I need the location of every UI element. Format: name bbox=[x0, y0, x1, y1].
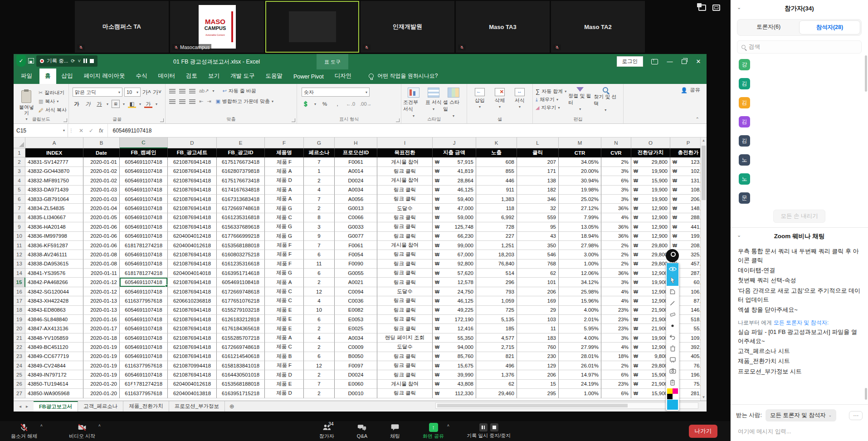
cell-O11[interactable]: ₩29,800 bbox=[631, 241, 670, 250]
cell-A19[interactable]: 43846-SL848840 bbox=[25, 315, 83, 324]
italic-button[interactable]: 가 bbox=[84, 100, 92, 108]
cell-O8[interactable]: ₩12,900 bbox=[631, 213, 670, 222]
cell-K13[interactable]: 76,840 bbox=[476, 260, 517, 269]
cell-D24[interactable]: 6210870994418 bbox=[168, 361, 217, 370]
cell-F18[interactable]: 제품 E bbox=[265, 306, 304, 315]
cell-G9[interactable]: 3 bbox=[304, 222, 335, 231]
row-header-4[interactable]: 4 bbox=[14, 176, 25, 185]
cell-B5[interactable]: 2020-01-03 bbox=[83, 186, 120, 195]
cell-H5[interactable]: A0034 bbox=[335, 186, 377, 195]
cell-E12[interactable]: 6160803275218 bbox=[217, 250, 265, 259]
cell-E6[interactable]: 6167313683418 bbox=[217, 195, 265, 204]
cell-M9[interactable]: 13.05% bbox=[559, 222, 601, 231]
increase-decimal-icon[interactable]: ←.0 bbox=[346, 101, 355, 107]
recipient-select[interactable]: 모든 토론자 및 참석자⌄ bbox=[766, 409, 836, 421]
row-header-14[interactable]: 14 bbox=[14, 269, 25, 278]
cell-J23[interactable]: ₩85,760 bbox=[433, 352, 476, 361]
grow-font-button[interactable]: 가˄ bbox=[142, 88, 151, 96]
dot-tool-icon[interactable] bbox=[667, 320, 678, 331]
cell-O13[interactable]: ₩29,800 bbox=[631, 260, 670, 269]
cell-N7[interactable]: 36% bbox=[601, 204, 631, 213]
cell-L14[interactable]: 62 bbox=[517, 269, 559, 278]
cell-J8[interactable]: ₩59,000 bbox=[433, 213, 476, 222]
increase-indent-icon[interactable]: ⇥ bbox=[207, 98, 211, 104]
sheet-tab-제품_전환가치[interactable]: 제품_전환가치 bbox=[123, 401, 169, 412]
cell-F6[interactable]: 제품 A bbox=[265, 195, 304, 204]
cell-G12[interactable]: 6 bbox=[304, 250, 335, 259]
cell-A23[interactable]: 43849-CC677719 bbox=[25, 352, 83, 361]
row-header-5[interactable]: 5 bbox=[14, 186, 25, 195]
cell-O7[interactable]: ₩12,900 bbox=[631, 204, 670, 213]
spreadsheet-grid[interactable]: ABCDEFGHIJKLMNOP1INDEXDateFB_캠페인FB_광고세트F… bbox=[14, 137, 707, 401]
cell-F27[interactable]: 제품 D bbox=[265, 389, 304, 398]
cell-J6[interactable]: ₩59,400 bbox=[433, 195, 476, 204]
row-header-8[interactable]: 8 bbox=[14, 213, 25, 222]
cell-H20[interactable]: E0025 bbox=[335, 324, 377, 333]
cell-A24[interactable]: 43849-CV24844 bbox=[25, 361, 83, 370]
cell-I4[interactable]: 게시물 참여 bbox=[377, 176, 433, 185]
restore-button[interactable] bbox=[682, 59, 687, 64]
sheet-tab-FB광고보고서[interactable]: FB광고보고서 bbox=[34, 401, 78, 412]
cell-K10[interactable]: 227 bbox=[476, 232, 517, 241]
cell-J9[interactable]: ₩125,748 bbox=[433, 222, 476, 231]
cell-G19[interactable]: 6 bbox=[304, 315, 335, 324]
column-header-A[interactable]: A bbox=[25, 137, 83, 148]
cell-M22[interactable]: 27.99% bbox=[559, 343, 601, 352]
cell-J12[interactable]: ₩67,000 bbox=[433, 250, 476, 259]
cell-G24[interactable]: 12 bbox=[304, 361, 335, 370]
cell-F2[interactable]: 제품 F bbox=[265, 157, 304, 167]
cell-N11[interactable]: 2% bbox=[601, 241, 631, 250]
cell-B24[interactable]: 2020-01-19 bbox=[83, 361, 120, 370]
cell-M11[interactable]: 27.98% bbox=[559, 241, 601, 250]
cell-I8[interactable]: 링크 클릭 bbox=[377, 213, 433, 222]
cell-E21[interactable]: 6155285707218 bbox=[217, 333, 265, 343]
cell-M4[interactable]: 30.94% bbox=[559, 176, 601, 185]
ribbon-tab-삽입[interactable]: 삽입 bbox=[56, 69, 78, 84]
cell-E16[interactable]: 6172669748618 bbox=[217, 287, 265, 296]
cell-D11[interactable]: 6204004012618 bbox=[168, 241, 217, 250]
cell-J2[interactable]: ₩57,915 bbox=[433, 157, 476, 167]
cell-E19[interactable]: 6126183212818 bbox=[217, 315, 265, 324]
cell-H25[interactable]: D0024 bbox=[335, 370, 377, 379]
cell-F7[interactable]: 제품 G bbox=[265, 204, 304, 213]
cell-D7[interactable]: 6210876941418 bbox=[168, 204, 217, 213]
cell-L26[interactable]: 15 bbox=[517, 380, 559, 389]
cell-B19[interactable]: 2020-01-16 bbox=[83, 315, 120, 324]
cell-G11[interactable]: 7 bbox=[304, 241, 335, 250]
cell-I21[interactable]: 랜딩 페이지 조회 bbox=[377, 333, 433, 343]
cell-A13[interactable]: 43838-DA953615 bbox=[25, 260, 83, 269]
cell-B6[interactable]: 2020-01-03 bbox=[83, 195, 120, 204]
cell-L3[interactable]: 171 bbox=[517, 167, 559, 176]
cell-M24[interactable]: 26.01% bbox=[559, 361, 601, 370]
cell-F12[interactable]: 제품 F bbox=[265, 250, 304, 259]
cell-J27[interactable]: ₩112,330 bbox=[433, 389, 476, 398]
cell-E5[interactable]: 6174167634818 bbox=[217, 186, 265, 195]
cell-O17[interactable]: ₩12,900 bbox=[631, 296, 670, 305]
cell-L10[interactable]: 43 bbox=[517, 232, 559, 241]
cell-D8[interactable]: 6210876941418 bbox=[168, 213, 217, 222]
cell-B20[interactable]: 2020-01-17 bbox=[83, 324, 120, 333]
cell-M25[interactable]: 14.97% bbox=[559, 370, 601, 379]
cell-I13[interactable]: 링크 클릭 bbox=[377, 260, 433, 269]
attendee-avatar-8[interactable]: 문 bbox=[739, 192, 750, 204]
cell-styles-button[interactable]: 셀 스타일▾ bbox=[443, 84, 464, 118]
cell-J16[interactable]: ₩24,750 bbox=[433, 287, 476, 296]
ribbon-tab-데이터[interactable]: 데이터 bbox=[152, 69, 180, 84]
cell-L22[interactable]: 760 bbox=[517, 343, 559, 352]
cell-C18[interactable]: 6054691107418 bbox=[120, 306, 168, 315]
cell-A5[interactable]: 43833-DA971439 bbox=[25, 186, 83, 195]
login-button[interactable]: 로그인 bbox=[617, 56, 644, 67]
cell-I25[interactable]: 링크 클릭 bbox=[377, 370, 433, 379]
cell-H13[interactable]: F0090 bbox=[335, 260, 377, 269]
cell-K19[interactable]: 5,135 bbox=[476, 315, 517, 324]
number-dialog-launcher[interactable] bbox=[396, 118, 400, 122]
row-header-1[interactable]: 1 bbox=[14, 148, 25, 157]
cell-N22[interactable]: 4% bbox=[601, 343, 631, 352]
cell-D18[interactable]: 6210876941418 bbox=[168, 306, 217, 315]
cell-N16[interactable]: 4% bbox=[601, 287, 631, 296]
horizontal-scrollbar[interactable] bbox=[435, 402, 698, 409]
fill-button[interactable]: ⤓채우기▾ bbox=[536, 96, 566, 103]
cell-O10[interactable]: ₩12,900 bbox=[631, 232, 670, 241]
cell-B15[interactable]: 2020-01-12 bbox=[83, 278, 120, 287]
cell-B8[interactable]: 2020-01-05 bbox=[83, 213, 120, 222]
